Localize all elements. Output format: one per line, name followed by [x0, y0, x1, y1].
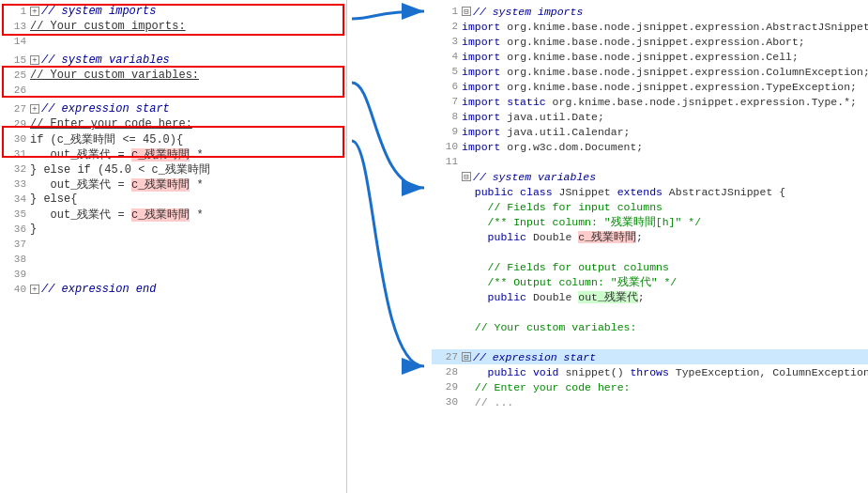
- left-line-14: 14: [0, 34, 346, 49]
- right-line-sysvars: ⊟ // system variables: [432, 169, 868, 184]
- right-line-7: 7 import static org.knime.base.node.jsni…: [432, 94, 868, 109]
- right-line-9: 9 import java.util.Calendar;: [432, 124, 868, 139]
- right-line-1: 1 ⊟ // system imports: [432, 4, 868, 19]
- right-line-javadoc-in: /** Input column: "残業時間[h]" */: [432, 214, 868, 229]
- right-line-blank-mid: [432, 244, 868, 259]
- right-line-30: 30 // ...: [432, 394, 868, 409]
- right-expand-1: ⊟: [462, 7, 471, 16]
- right-line-comment-fields-out: // Fields for output columns: [432, 259, 868, 274]
- left-line-30: 30 if (c_残業時間 <= 45.0){: [0, 131, 346, 146]
- left-line-26: 26: [0, 83, 346, 98]
- right-line-28: 28 public void snippet() throws TypeExce…: [432, 364, 868, 379]
- right-line-8: 8 import java.util.Date;: [432, 109, 868, 124]
- right-line-11: 11: [432, 154, 868, 169]
- right-line-class: public class JSnippet extends AbstractJS…: [432, 184, 868, 199]
- left-line-15: 15 + // system variables: [0, 53, 346, 68]
- right-line-public-double-out: public Double out_残業代;: [432, 289, 868, 304]
- right-line-2: 2 import org.knime.base.node.jsnippet.ex…: [432, 19, 868, 34]
- expand-icon-40[interactable]: +: [30, 285, 39, 294]
- right-line-blank-mid2: [432, 304, 868, 319]
- right-line-6: 6 import org.knime.base.node.jsnippet.ex…: [432, 79, 868, 94]
- left-line-35: 35 out_残業代 = c_残業時間 *: [0, 207, 346, 222]
- left-line-27: 27 + // expression start: [0, 101, 346, 116]
- right-line-4: 4 import org.knime.base.node.jsnippet.ex…: [432, 49, 868, 64]
- left-editor-panel: 1 + // system imports 13 // Your custom …: [0, 0, 347, 493]
- left-line-40: 40 + // expression end: [0, 282, 346, 297]
- right-line-29: 29 // Enter your code here:: [432, 379, 868, 394]
- right-line-3: 3 import org.knime.base.node.jsnippet.ex…: [432, 34, 868, 49]
- right-line-custom-vars: // Your custom variables:: [432, 319, 868, 334]
- expand-icon-15[interactable]: +: [30, 55, 39, 65]
- right-line-public-double-in: public Double c_残業時間;: [432, 229, 868, 244]
- right-line-10: 10 import org.w3c.dom.Document;: [432, 139, 868, 154]
- expand-icon-1[interactable]: +: [30, 7, 39, 16]
- left-line-31: 31 out_残業代 = c_残業時間 *: [0, 146, 346, 162]
- right-line-blank-mid3: [432, 334, 868, 349]
- right-line-comment-fields-in: // Fields for input columns: [432, 199, 868, 214]
- right-line-javadoc-out: /** Output column: "残業代" */: [432, 274, 868, 289]
- expand-icon-27[interactable]: +: [30, 104, 39, 114]
- left-line-29: 29 // Enter your code here:: [0, 116, 346, 131]
- left-line-38: 38: [0, 252, 346, 267]
- left-line-25: 25 // Your custom variables:: [0, 68, 346, 83]
- right-line-27: 27 ⊟ // expression start: [432, 349, 868, 364]
- arrow-area: [347, 0, 432, 493]
- right-line-5: 5 import org.knime.base.node.jsnippet.ex…: [432, 64, 868, 79]
- left-line-36: 36 }: [0, 222, 346, 237]
- left-line-13: 13 // Your custom imports:: [0, 19, 346, 34]
- arrows-svg: [347, 0, 432, 493]
- left-line-34: 34 } else{: [0, 192, 346, 207]
- left-line-39: 39: [0, 267, 346, 282]
- left-line-32: 32 } else if (45.0 < c_残業時間: [0, 162, 346, 177]
- left-line-33: 33 out_残業代 = c_残業時間 *: [0, 177, 346, 192]
- left-line-1: 1 + // system imports: [0, 4, 346, 19]
- right-editor-panel: 1 ⊟ // system imports 2 import org.knime…: [432, 0, 868, 493]
- left-line-37: 37: [0, 237, 346, 252]
